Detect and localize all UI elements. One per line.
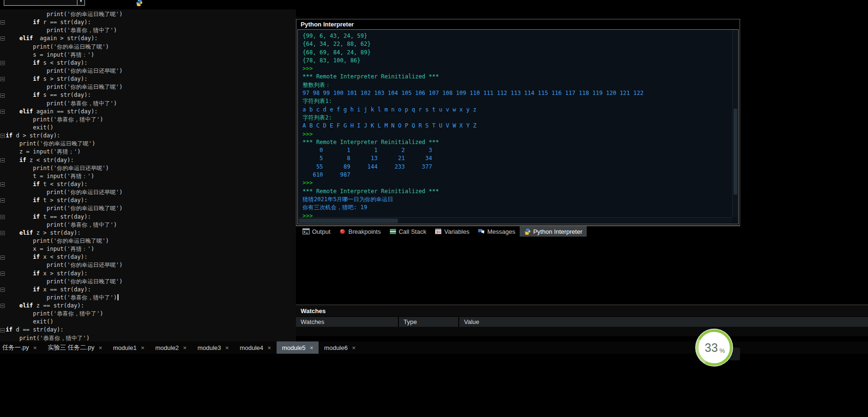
panel-tab-call-stack[interactable]: Call Stack	[385, 226, 431, 237]
interpreter-lines: {99, 6, 43, 24, 59}{64, 34, 22, 88, 62}{…	[303, 32, 643, 220]
vertical-scrollbar[interactable]	[732, 30, 738, 217]
panel-tab-label: Call Stack	[399, 228, 427, 235]
fold-marker[interactable]	[0, 36, 5, 41]
code-line: print('你的幸运日还早呢')	[6, 164, 123, 172]
horizontal-scrollbar[interactable]	[298, 217, 732, 224]
code-line: print('你的幸运日还早呢')	[6, 67, 123, 75]
fold-marker[interactable]	[0, 134, 5, 138]
interpreter-line: >>>	[303, 179, 643, 187]
file-tab-module1[interactable]: module1×	[108, 341, 150, 354]
code-line: if d == str(day):	[6, 326, 123, 334]
file-tab-py[interactable]: 实验三 任务二.py×	[42, 341, 108, 354]
panel-title: Python Interpreter	[296, 19, 740, 29]
file-tab-module4[interactable]: module4×	[235, 341, 276, 354]
horizontal-scrollbar-thumb[interactable]	[299, 219, 398, 223]
close-icon[interactable]: ×	[33, 345, 37, 351]
toolbar-dropdown[interactable]: ▼	[4, 0, 85, 6]
fold-marker[interactable]	[0, 328, 5, 332]
code-line: if t > str(day):	[6, 196, 123, 204]
fold-marker[interactable]	[0, 182, 5, 187]
panel-tab-output[interactable]: Output	[298, 226, 335, 237]
watches-empty-row[interactable]	[296, 327, 868, 336]
panel-tab-messages[interactable]: Messages	[473, 226, 519, 237]
close-icon[interactable]: ×	[268, 345, 271, 351]
close-icon[interactable]: ×	[99, 345, 102, 351]
panel-tab-breakpoints[interactable]: Breakpoints	[335, 226, 385, 237]
interpreter-line: *** Remote Interpreter Reinitialized ***	[303, 138, 643, 146]
fold-marker[interactable]	[0, 158, 5, 162]
code-line: if d > str(day):	[6, 132, 123, 140]
code-line: print('恭喜你，猜中了')	[6, 100, 123, 108]
fold-marker[interactable]	[0, 61, 5, 65]
code-line: elif z == str(day):	[6, 302, 123, 310]
interpreter-line: 猜猜2021年5月哪一日为你的幸运日	[303, 196, 643, 204]
fold-marker[interactable]	[0, 231, 5, 235]
code-line: print('你的幸运日晚了呢')	[6, 43, 123, 51]
code-line: print('恭喜你，猜中了')	[6, 116, 123, 124]
file-tab-module6[interactable]: module6×	[319, 341, 361, 354]
fold-marker[interactable]	[0, 94, 5, 98]
svg-text:x=: x=	[436, 230, 441, 234]
interpreter-line: 5 8 13 21 34	[303, 154, 643, 162]
file-tab-py[interactable]: 任务一.py×	[0, 341, 42, 354]
battery-percentage-overlay: 33 %	[692, 326, 736, 369]
fold-marker[interactable]	[0, 304, 5, 308]
interpreter-line: {99, 6, 43, 24, 59}	[303, 32, 643, 40]
variables-icon: x=	[435, 228, 442, 235]
interpreter-line: A B C D E F G H I J K L M N O P Q R S T …	[303, 122, 643, 130]
fold-marker[interactable]	[0, 272, 5, 276]
code-line: if t < str(day):	[6, 180, 123, 188]
fold-marker[interactable]	[0, 77, 5, 81]
interpreter-output[interactable]: {99, 6, 43, 24, 59}{64, 34, 22, 88, 62}{…	[297, 29, 739, 224]
file-tab-module3[interactable]: module3×	[192, 341, 234, 354]
watches-col-watches[interactable]: Watches	[296, 317, 399, 327]
code-line: exit()	[6, 318, 123, 326]
code-line: print('你的幸运日还早呢')	[6, 188, 123, 196]
file-tab-label: 实验三 任务二.py	[48, 343, 94, 352]
panel-tab-variables[interactable]: x=Variables	[430, 226, 473, 237]
fold-gutter	[0, 9, 6, 341]
console-icon	[303, 228, 310, 235]
watches-col-type[interactable]: Type	[399, 317, 459, 327]
file-tab-module2[interactable]: module2×	[150, 341, 192, 354]
code-line: if x > str(day):	[6, 270, 123, 278]
code-line: x = input('再猜：')	[6, 245, 123, 253]
panel-tab-python-interpreter[interactable]: Python Interpreter	[520, 226, 587, 237]
fold-marker[interactable]	[0, 255, 5, 260]
code-line: if x < str(day):	[6, 253, 123, 261]
file-tab-module5[interactable]: module5×	[277, 341, 318, 354]
interpreter-line: 55 89 144 233 377	[303, 163, 643, 171]
code-line: elif again == str(day):	[6, 108, 123, 116]
panel-tab-label: Variables	[444, 228, 469, 235]
code-line: if s > str(day):	[6, 75, 123, 83]
close-icon[interactable]: ×	[352, 345, 356, 351]
chevron-down-icon: ▼	[77, 0, 84, 5]
code-line: print('你的幸运日晚了呢')	[6, 237, 123, 245]
file-tab-label: module6	[324, 344, 348, 351]
text-cursor	[118, 294, 118, 300]
fold-marker[interactable]	[0, 110, 5, 114]
fold-marker[interactable]	[0, 215, 5, 219]
close-icon[interactable]: ×	[225, 345, 229, 351]
python-logo-icon	[524, 228, 531, 235]
close-icon[interactable]: ×	[310, 345, 313, 351]
close-icon[interactable]: ×	[183, 345, 187, 351]
top-toolbar: ▼	[0, 0, 868, 9]
callstack-icon	[389, 228, 396, 235]
close-icon[interactable]: ×	[141, 345, 144, 351]
code-line: if t == str(day):	[6, 213, 123, 221]
code-line: print('恭喜你，猜中了')	[6, 26, 123, 34]
fold-marker[interactable]	[0, 288, 5, 292]
fold-marker[interactable]	[0, 198, 5, 203]
fold-marker[interactable]	[0, 20, 5, 25]
code-line: if r == str(day):	[6, 18, 123, 26]
vertical-scrollbar-thumb[interactable]	[733, 109, 737, 195]
interpreter-line: 字符列表1:	[303, 97, 643, 105]
watches-col-value[interactable]: Value	[459, 317, 868, 327]
code-editor[interactable]: print('你的幸运日晚了呢') if r == str(day): prin…	[0, 9, 296, 341]
interpreter-line: 字符列表2:	[303, 114, 643, 122]
code-line: exit()	[6, 124, 123, 132]
watches-panel: Watches WatchesTypeValue	[296, 305, 868, 337]
interpreter-line: >>>	[303, 65, 643, 73]
ide-screen: ▼ print('你的幸运日晚了呢') if r == str(day): pr…	[0, 0, 868, 417]
